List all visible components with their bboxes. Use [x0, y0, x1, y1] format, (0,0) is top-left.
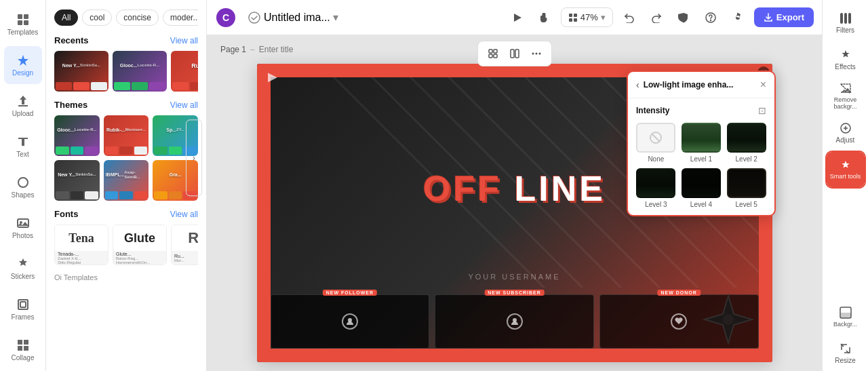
svg-point-34 [538, 53, 540, 55]
export-button[interactable]: Export [754, 7, 814, 27]
panel-close-button[interactable]: × [760, 79, 766, 91]
tag-all[interactable]: All [54, 9, 78, 26]
background-label: Backgr... [833, 321, 857, 328]
recent-thumb-1[interactable]: New Y...SinkinSa... [54, 51, 108, 92]
settings-button[interactable] [727, 7, 749, 28]
font-thumb-2[interactable]: Glute Glute... Baloo-Reg... HammersmithO… [113, 224, 167, 265]
svg-rect-26 [489, 50, 492, 53]
theme-thumb-5[interactable]: IBMPL...Asap-SemiB... [104, 160, 149, 201]
sidebar-item-frames[interactable]: Frames [4, 290, 42, 328]
screen-icon[interactable]: ⊡ [758, 105, 766, 116]
svg-rect-21 [574, 14, 577, 17]
top-bar: C Untitled ima... ▾ 47% ▾ [207, 0, 822, 35]
right-nav-effects[interactable]: Effects [827, 42, 865, 77]
svg-point-33 [535, 53, 537, 55]
sidebar-item-text-label: Text [16, 151, 28, 158]
recent-thumb-2[interactable]: Glooc...Lucette-R... [113, 51, 167, 92]
help-button[interactable] [700, 7, 722, 28]
panel-title: Low-light image enha... [644, 80, 756, 90]
level-5-item[interactable]: Level 5 [726, 168, 766, 208]
svg-rect-8 [20, 302, 26, 307]
sidebar-item-collage[interactable]: Collage [4, 331, 42, 369]
right-nav-remove-bg[interactable]: Remove backgr... [827, 79, 865, 114]
theme-thumb-1[interactable]: Glooc...Lucette-R... [54, 115, 100, 156]
subscriber-badge: NEW SUBSCRIBER [484, 290, 545, 296]
more-options-button[interactable] [527, 44, 546, 63]
redo-icon [651, 12, 662, 23]
help-icon [705, 12, 716, 23]
right-sidebar: Filters Effects Remove backgr... Adjust … [822, 0, 868, 371]
right-nav-background[interactable]: Backgr... [827, 299, 865, 334]
shield-icon [678, 12, 689, 23]
svg-rect-30 [511, 50, 514, 58]
level-1-item[interactable]: Level 1 [682, 123, 722, 163]
right-nav-adjust[interactable]: Adjust [827, 115, 865, 151]
page-title-bar: Page 1 – [220, 45, 313, 54]
tag-modern[interactable]: moder... [163, 9, 198, 26]
donor-badge: NEW DONOR [658, 290, 701, 296]
sidebar-item-stickers[interactable]: Stickers [4, 250, 42, 288]
level-1-thumb [682, 123, 721, 153]
layout-button[interactable]: 47% ▾ [561, 7, 613, 27]
svg-rect-12 [24, 346, 28, 351]
svg-point-32 [532, 53, 534, 55]
level-3-item[interactable]: Level 3 [636, 168, 676, 208]
recent-thumb-3[interactable]: Ru... [171, 51, 198, 92]
right-nav-smart-tools[interactable]: Smart tools [827, 152, 865, 187]
smart-tools-label: Smart tools [830, 174, 861, 180]
svg-rect-2 [18, 20, 22, 25]
level-3-thumb [636, 168, 675, 198]
themes-next-arrow[interactable]: › [186, 119, 202, 196]
right-nav-filters[interactable]: Filters [827, 5, 865, 41]
offline-text: OFF LINE [423, 168, 606, 209]
svg-rect-42 [840, 13, 843, 24]
recents-view-all[interactable]: View all [170, 36, 198, 45]
tag-concise[interactable]: concise [116, 9, 159, 26]
svg-point-6 [20, 221, 22, 224]
sidebar-item-design[interactable]: Design [4, 46, 42, 84]
grid-view-button[interactable] [484, 44, 502, 63]
sidebar-item-photos[interactable]: Photos [4, 209, 42, 247]
fonts-view-all[interactable]: View all [170, 210, 198, 219]
hand-tool-button[interactable] [534, 7, 555, 28]
sidebar-item-shapes[interactable]: Shapes [4, 168, 42, 206]
canva-logo[interactable]: C [215, 7, 237, 28]
level-4-item[interactable]: Level 4 [682, 168, 722, 208]
sidebar-item-upload[interactable]: Upload [4, 87, 42, 125]
undo-button[interactable] [618, 7, 640, 28]
resize-label: Resize [835, 357, 856, 364]
font-thumb-3[interactable]: Ru Ru... Mor... [171, 224, 198, 265]
page-label: Page 1 [220, 45, 246, 54]
resize-icon [840, 343, 852, 355]
sidebar-item-photos-label: Photos [12, 232, 33, 239]
svg-rect-27 [494, 50, 497, 53]
line-text: LINE [514, 169, 605, 208]
tag-cool[interactable]: cool [82, 9, 112, 26]
play-button[interactable] [507, 7, 528, 28]
level-4-thumb [682, 168, 721, 198]
font-thumb-1[interactable]: Tena Tenada-... Zaobel X-E... Stilu-Regu… [54, 224, 108, 265]
play-overlay-icon: ▶ [268, 69, 277, 84]
sidebar-item-templates[interactable]: Templates [4, 5, 42, 43]
panel-back-button[interactable]: ‹ [636, 79, 639, 90]
shield-icon-button[interactable] [673, 7, 694, 28]
fonts-section-header: Fonts View all [54, 209, 198, 219]
level-none-item[interactable]: None [636, 123, 676, 163]
svg-point-18 [249, 12, 260, 23]
document-title-area[interactable]: Untitled ima... ▾ [242, 8, 344, 27]
themes-view-all[interactable]: View all [170, 100, 198, 110]
adjust-icon [840, 122, 852, 134]
left-sidebar: Templates Design Upload Text Shapes Phot… [0, 0, 207, 371]
slide-sort-button[interactable] [505, 44, 524, 63]
sidebar-item-text[interactable]: Text [4, 128, 42, 165]
svg-rect-49 [840, 313, 851, 318]
theme-thumb-4[interactable]: New Y...SinkinSa... [54, 160, 100, 201]
level-2-item[interactable]: Level 2 [726, 123, 766, 163]
right-nav-resize[interactable]: Resize [827, 336, 865, 371]
theme-thumb-2[interactable]: Rubik-...Montserr... [104, 115, 149, 156]
page-title-input[interactable] [259, 45, 313, 54]
zoom-level: 47% [580, 12, 598, 22]
themes-title: Themes [54, 100, 87, 110]
svg-rect-23 [574, 18, 577, 22]
redo-button[interactable] [646, 7, 667, 28]
